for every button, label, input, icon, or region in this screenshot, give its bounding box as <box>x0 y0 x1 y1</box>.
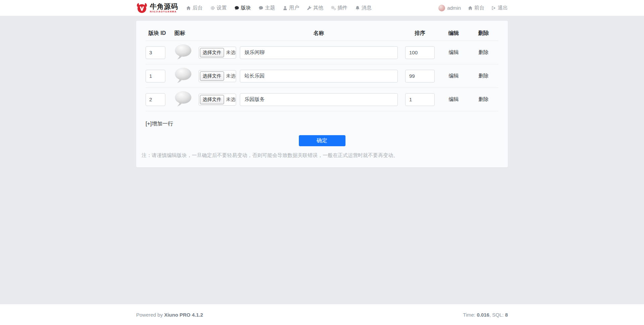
time-value: 0.016 <box>477 312 489 318</box>
nav-label: 前台 <box>474 5 484 11</box>
board-id-input[interactable] <box>146 70 165 83</box>
nav-label: 后台 <box>193 5 203 11</box>
page-footer: Powered by Xiuno PRO 4.1.2 Time: 0.016, … <box>0 304 644 325</box>
header-delete: 删除 <box>469 30 498 37</box>
logout-icon <box>491 6 496 10</box>
nav-item-messages[interactable]: 消息 <box>355 5 372 11</box>
username: admin <box>447 5 461 11</box>
header-order: 排序 <box>405 30 439 37</box>
board-bubble-icon <box>174 44 192 60</box>
brand-logo[interactable]: 牛角源码 NIUJIAOYUANMA <box>136 3 178 13</box>
nav-item-backend[interactable]: 后台 <box>186 5 203 11</box>
header-name: 名称 <box>240 30 405 37</box>
board-name-input[interactable] <box>240 93 398 106</box>
header-edit: 编辑 <box>439 30 469 37</box>
nav-item-settings[interactable]: 设置 <box>210 5 227 11</box>
nav-user[interactable]: admin <box>438 5 461 11</box>
table-row: 选择文件 未选择任何文件 编辑 删除 <box>146 88 498 111</box>
perf-stats: Time: 0.016, SQL: 8 <box>463 312 508 318</box>
top-navbar: 牛角源码 NIUJIAOYUANMA 后台 设置 版块 <box>0 0 644 16</box>
nav-label: 设置 <box>217 5 227 11</box>
cogs-icon <box>331 6 336 10</box>
table-row: 选择文件 未选择任何文件 编辑 删除 <box>146 64 498 88</box>
main-nav: 后台 设置 版块 主题 用户 <box>186 5 372 11</box>
board-id-input[interactable] <box>146 93 165 106</box>
user-avatar <box>438 5 445 11</box>
nav-item-logout[interactable]: 退出 <box>491 5 508 11</box>
choose-file-button[interactable]: 选择文件 <box>200 48 224 57</box>
nav-item-boards[interactable]: 版块 <box>234 5 251 11</box>
icon-file-input[interactable]: 选择文件 未选择任何文件 <box>199 70 236 82</box>
row-edit-link[interactable]: 编辑 <box>449 96 459 102</box>
home-icon <box>186 6 191 10</box>
nav-item-other[interactable]: 其他 <box>307 5 323 11</box>
sql-value: 8 <box>505 312 508 318</box>
header-icon: 图标 <box>174 30 199 37</box>
table-row: 选择文件 未选择任何文件 编辑 删除 <box>146 41 498 64</box>
board-id-input[interactable] <box>146 46 165 59</box>
choose-file-button[interactable]: 选择文件 <box>200 95 224 104</box>
nav-label: 其他 <box>313 5 323 11</box>
file-status-text: 未选择任何文件 <box>226 97 236 103</box>
row-edit-link[interactable]: 编辑 <box>449 73 459 78</box>
board-name-input[interactable] <box>240 70 398 83</box>
caution-note: 注：请谨慎编辑版块，一旦确定后不要轻易变动，否则可能会导致数据关联错误，一般在正… <box>142 152 502 159</box>
nav-label: 插件 <box>337 5 347 11</box>
header-board-id: 版块 ID <box>146 30 174 37</box>
icon-file-input[interactable]: 选择文件 未选择任何文件 <box>199 47 236 59</box>
nav-label: 用户 <box>289 5 299 11</box>
comment-icon <box>259 6 263 10</box>
home-icon <box>468 6 473 10</box>
brand-bull-icon <box>136 3 148 13</box>
board-order-input[interactable] <box>405 70 435 83</box>
board-bubble-icon <box>174 67 192 84</box>
powered-prefix: Powered by <box>136 312 164 318</box>
nav-label: 退出 <box>498 5 508 11</box>
brand-title: 牛角源码 <box>150 3 178 10</box>
wrench-icon <box>307 6 312 10</box>
nav-right: admin 前台 退出 <box>438 5 508 11</box>
row-edit-link[interactable]: 编辑 <box>449 49 459 55</box>
comment-icon <box>234 6 239 10</box>
main-area: 版块 ID 图标 名称 排序 编辑 删除 <box>0 16 644 304</box>
nav-label: 消息 <box>362 5 372 11</box>
row-delete-link[interactable]: 删除 <box>479 49 489 55</box>
board-order-input[interactable] <box>405 93 435 106</box>
product-version: Xiuno PRO 4.1.2 <box>164 312 203 318</box>
submit-button[interactable]: 确定 <box>299 135 345 146</box>
file-status-text: 未选择任何文件 <box>226 50 236 56</box>
bell-icon <box>355 6 360 10</box>
board-name-input[interactable] <box>240 46 398 59</box>
icon-file-input[interactable]: 选择文件 未选择任何文件 <box>199 94 236 106</box>
brand-subtitle: NIUJIAOYUANMA <box>150 10 178 13</box>
table-header: 版块 ID 图标 名称 排序 编辑 删除 <box>146 21 498 41</box>
page: 牛角源码 NIUJIAOYUANMA 后台 设置 版块 <box>0 0 644 325</box>
board-edit-card: 版块 ID 图标 名称 排序 编辑 删除 <box>136 21 508 167</box>
board-order-input[interactable] <box>405 46 435 59</box>
time-label: Time: <box>463 312 477 318</box>
file-status-text: 未选择任何文件 <box>226 73 236 79</box>
nav-item-users[interactable]: 用户 <box>283 5 299 11</box>
row-delete-link[interactable]: 删除 <box>479 73 489 78</box>
choose-file-button[interactable]: 选择文件 <box>200 71 224 81</box>
board-bubble-icon <box>174 91 192 107</box>
row-delete-link[interactable]: 删除 <box>479 96 489 102</box>
nav-label: 主题 <box>265 5 275 11</box>
user-icon <box>283 6 287 10</box>
sql-label: , SQL: <box>489 312 505 318</box>
gear-icon <box>210 6 215 10</box>
nav-item-themes[interactable]: 主题 <box>259 5 275 11</box>
nav-item-plugins[interactable]: 插件 <box>331 5 347 11</box>
powered-by: Powered by Xiuno PRO 4.1.2 <box>136 312 203 318</box>
add-row-link[interactable]: [+]增加一行 <box>146 120 173 127</box>
nav-item-frontend[interactable]: 前台 <box>468 5 484 11</box>
nav-label: 版块 <box>241 5 251 11</box>
